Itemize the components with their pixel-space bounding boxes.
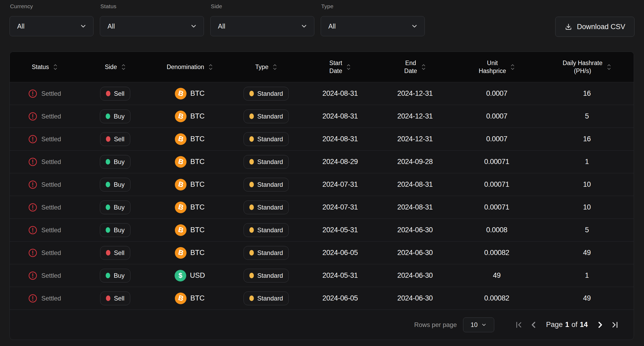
status-cell: Settled — [10, 271, 80, 280]
side-value: Buy — [114, 204, 124, 211]
currency-filter-select[interactable]: All — [10, 16, 94, 36]
denomination-cell: BTC — [151, 224, 229, 236]
type-badge: Standard — [244, 269, 289, 283]
status-value: Settled — [41, 90, 61, 97]
table-row[interactable]: Settled Sell BTC Standard 2024-08-31 202… — [10, 82, 634, 105]
column-header-unit-hashprice[interactable]: UnitHashprice — [453, 59, 540, 75]
column-label: EndDate — [404, 59, 417, 75]
chevron-left-icon — [529, 320, 538, 329]
next-page-button[interactable] — [594, 319, 606, 331]
denomination-cell: BTC — [151, 202, 229, 213]
column-header-daily-hashrate[interactable]: Daily Hashrate(PH/s) — [540, 59, 634, 75]
alert-circle-icon — [28, 135, 37, 144]
side-dot-icon — [106, 250, 110, 256]
type-badge: Standard — [244, 132, 289, 146]
sort-icon — [346, 63, 351, 71]
table-row[interactable]: Settled Buy USD Standard 2024-05-31 2024… — [10, 264, 634, 287]
column-header-side[interactable]: Side — [80, 63, 151, 71]
type-cell: Standard — [229, 223, 304, 237]
column-header-end-date[interactable]: EndDate — [377, 59, 454, 75]
type-cell: Standard — [229, 132, 304, 146]
chevron-down-icon — [80, 22, 87, 30]
daily-hashrate-value: 1 — [540, 158, 634, 166]
last-page-button[interactable] — [609, 319, 621, 331]
type-cell: Standard — [229, 110, 304, 123]
column-header-status[interactable]: Status — [10, 63, 80, 71]
type-dot-icon — [249, 250, 254, 256]
type-cell: Standard — [229, 246, 304, 260]
table-row[interactable]: Settled Buy BTC Standard 2024-07-31 2024… — [10, 196, 634, 218]
side-badge: Buy — [100, 155, 130, 169]
side-dot-icon — [106, 182, 110, 187]
btc-icon — [175, 224, 186, 236]
table-row[interactable]: Settled Buy BTC Standard 2024-05-31 2024… — [10, 218, 634, 241]
sort-icon — [53, 63, 58, 71]
end-date-value: 2024-09-28 — [377, 158, 454, 166]
type-cell: Standard — [229, 201, 304, 214]
unit-hashprice-value: 0.0007 — [453, 135, 540, 143]
table-row[interactable]: Settled Sell BTC Standard 2024-06-05 202… — [10, 241, 634, 264]
status-filter-label: Status — [100, 3, 204, 10]
denomination-cell: BTC — [151, 247, 229, 259]
type-value: Standard — [257, 204, 283, 211]
previous-page-button[interactable] — [528, 319, 540, 331]
type-cell: Standard — [229, 155, 304, 169]
start-date-value: 2024-05-31 — [304, 271, 376, 280]
start-date-value: 2024-07-31 — [304, 203, 376, 211]
chevron-down-icon — [411, 22, 418, 30]
column-label: StartDate — [329, 59, 342, 75]
status-cell: Settled — [10, 89, 80, 98]
currency-filter-label: Currency — [10, 3, 94, 10]
column-label: UnitHashprice — [479, 59, 506, 75]
currency-filter-value: All — [17, 22, 25, 30]
type-filter-select[interactable]: All — [321, 16, 425, 36]
table-row[interactable]: Settled Sell BTC Standard 2024-08-31 202… — [10, 128, 634, 150]
unit-hashprice-value: 0.00082 — [453, 294, 540, 302]
chevron-down-icon — [300, 22, 308, 30]
alert-circle-icon — [28, 157, 37, 166]
status-filter-value: All — [108, 22, 115, 30]
type-value: Standard — [257, 295, 283, 302]
unit-hashprice-value: 0.0008 — [453, 226, 540, 234]
first-page-button[interactable] — [513, 319, 525, 331]
status-cell: Settled — [10, 180, 80, 189]
column-header-start-date[interactable]: StartDate — [304, 59, 376, 75]
type-value: Standard — [257, 135, 283, 143]
denomination-cell: USD — [151, 270, 229, 281]
side-dot-icon — [106, 204, 110, 210]
unit-hashprice-value: 0.0007 — [453, 112, 540, 120]
page-word: Page — [546, 321, 563, 329]
side-filter-select[interactable]: All — [210, 16, 314, 36]
table-row[interactable]: Settled Buy BTC Standard 2024-07-31 2024… — [10, 173, 634, 196]
status-cell: Settled — [10, 112, 80, 121]
type-dot-icon — [249, 136, 254, 142]
side-badge: Sell — [100, 132, 130, 146]
table-row[interactable]: Settled Buy BTC Standard 2024-08-29 2024… — [10, 150, 634, 173]
denomination-value: BTC — [190, 294, 204, 302]
column-header-denomination[interactable]: Denomination — [151, 63, 229, 71]
column-header-type[interactable]: Type — [229, 63, 304, 71]
end-date-value: 2024-08-31 — [377, 180, 454, 189]
table-row[interactable]: Settled Sell BTC Standard 2024-06-05 202… — [10, 287, 634, 309]
rows-per-page-select[interactable]: 10 — [463, 317, 494, 332]
chevron-first-icon — [514, 320, 523, 329]
start-date-value: 2024-08-31 — [304, 89, 376, 98]
type-badge: Standard — [244, 87, 289, 101]
alert-circle-icon — [28, 294, 37, 303]
end-date-value: 2024-12-31 — [377, 89, 454, 98]
btc-icon — [175, 156, 186, 168]
unit-hashprice-value: 0.00071 — [453, 158, 540, 166]
alert-circle-icon — [28, 248, 37, 257]
download-csv-button[interactable]: Download CSV — [555, 17, 634, 37]
side-cell: Buy — [80, 201, 151, 214]
side-value: Buy — [114, 158, 124, 166]
rows-per-page-label: Rows per page — [414, 321, 457, 329]
start-date-value: 2024-06-05 — [304, 249, 376, 257]
denomination-value: BTC — [190, 112, 204, 120]
table-row[interactable]: Settled Buy BTC Standard 2024-08-31 2024… — [10, 105, 634, 128]
side-value: Buy — [114, 272, 124, 279]
status-filter-select[interactable]: All — [100, 16, 204, 36]
side-cell: Buy — [80, 178, 151, 192]
side-cell: Buy — [80, 223, 151, 237]
side-badge: Sell — [100, 87, 130, 101]
